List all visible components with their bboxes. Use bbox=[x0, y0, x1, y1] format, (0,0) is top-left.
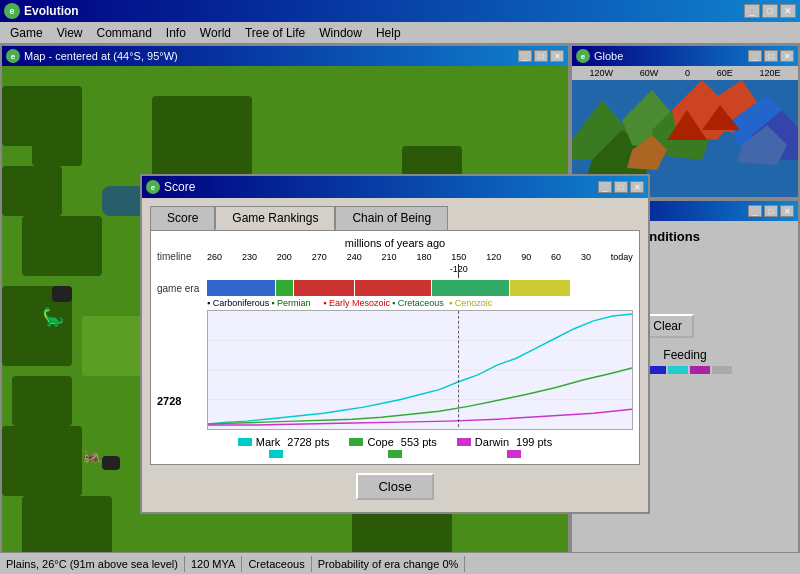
maximize-button[interactable]: □ bbox=[762, 4, 778, 18]
globe-coord-4: 120E bbox=[760, 68, 781, 78]
timeline-label: timeline bbox=[157, 251, 207, 262]
score-minimize[interactable]: _ bbox=[598, 181, 612, 193]
globe-minimize[interactable]: _ bbox=[748, 50, 762, 62]
globe-close[interactable]: ✕ bbox=[780, 50, 794, 62]
map-title-bar: e Map - centered at (44°S, 95°W) _ □ ✕ bbox=[2, 46, 568, 66]
menu-window[interactable]: Window bbox=[313, 24, 368, 42]
status-probability: Probability of era change 0% bbox=[312, 556, 466, 572]
chart-legend: Mark 2728 pts Cope 553 pts Darwin 199 pt… bbox=[157, 436, 633, 448]
tab-chain-of-being[interactable]: Chain of Being bbox=[335, 206, 448, 230]
color-gray bbox=[712, 366, 732, 374]
main-area: e Map - centered at (44°S, 95°W) _ □ ✕ bbox=[0, 44, 800, 574]
globe-coord-1: 60W bbox=[640, 68, 659, 78]
menu-tree-of-life[interactable]: Tree of Life bbox=[239, 24, 311, 42]
era-permian bbox=[294, 280, 354, 296]
game-era-label: game era bbox=[157, 283, 207, 294]
status-era: Cretaceous bbox=[242, 556, 311, 572]
command-minimize[interactable]: _ bbox=[748, 205, 762, 217]
chart-title: millions of years ago bbox=[157, 237, 633, 249]
menu-info[interactable]: Info bbox=[160, 24, 192, 42]
cope-color bbox=[349, 438, 363, 446]
chart-svg bbox=[208, 311, 632, 429]
status-location: Plains, 26°C (91m above sea level) bbox=[0, 556, 185, 572]
score-maximize[interactable]: □ bbox=[614, 181, 628, 193]
legend-color-row bbox=[157, 450, 633, 458]
cope-pts: 553 pts bbox=[401, 436, 437, 448]
era-labels: ▪ Carboniferous ▪ Permian ▪ Early Mesozo… bbox=[207, 298, 633, 308]
globe-coord-0: 120W bbox=[589, 68, 613, 78]
command-maximize[interactable]: □ bbox=[764, 205, 778, 217]
darwin-pts: 199 pts bbox=[516, 436, 552, 448]
score-close[interactable]: ✕ bbox=[630, 181, 644, 193]
mark-label: Mark bbox=[256, 436, 280, 448]
close-button[interactable]: ✕ bbox=[780, 4, 796, 18]
chart-timeline: timeline 260 230 200 270 240 210 180 150… bbox=[157, 251, 633, 262]
era-early-mesozoic bbox=[355, 280, 432, 296]
tab-game-rankings[interactable]: Game Rankings bbox=[215, 206, 335, 230]
score-chart-area: millions of years ago timeline 260 230 2… bbox=[150, 230, 640, 465]
menu-game[interactable]: Game bbox=[4, 24, 49, 42]
globe-maximize[interactable]: □ bbox=[764, 50, 778, 62]
globe-title: Globe bbox=[594, 50, 623, 62]
map-close[interactable]: ✕ bbox=[550, 50, 564, 62]
tab-score[interactable]: Score bbox=[150, 206, 215, 230]
era-carboniferous bbox=[207, 280, 275, 296]
score-body: Score Game Rankings Chain of Being milli… bbox=[142, 198, 648, 512]
darwin-color-swatch bbox=[507, 450, 521, 458]
globe-icon: e bbox=[576, 49, 590, 63]
era-green bbox=[276, 280, 293, 296]
chart-graph bbox=[207, 310, 633, 430]
window-controls: _ □ ✕ bbox=[744, 4, 796, 18]
score-title: Score bbox=[164, 180, 195, 194]
globe-coord-2: 0 bbox=[685, 68, 690, 78]
era-bar bbox=[207, 280, 633, 296]
era-row: game era bbox=[157, 280, 633, 296]
menu-world[interactable]: World bbox=[194, 24, 237, 42]
color-cyan bbox=[668, 366, 688, 374]
app-icon: e bbox=[4, 3, 20, 19]
darwin-label: Darwin bbox=[475, 436, 509, 448]
score-value-label: 2728 bbox=[157, 310, 207, 430]
menu-view[interactable]: View bbox=[51, 24, 89, 42]
command-close[interactable]: ✕ bbox=[780, 205, 794, 217]
score-dialog: e Score _ □ ✕ Score Game Rankings Chain … bbox=[140, 174, 650, 514]
menu-bar: Game View Command Info World Tree of Lif… bbox=[0, 22, 800, 44]
era-cenozoic bbox=[510, 280, 570, 296]
close-button-area: Close bbox=[150, 473, 640, 500]
map-icon: e bbox=[6, 49, 20, 63]
era-cretaceous bbox=[432, 280, 509, 296]
score-icon: e bbox=[146, 180, 160, 194]
map-maximize[interactable]: □ bbox=[534, 50, 548, 62]
timeline-numbers: 260 230 200 270 240 210 180 150 120 90 6… bbox=[207, 252, 633, 262]
menu-help[interactable]: Help bbox=[370, 24, 407, 42]
close-dialog-button[interactable]: Close bbox=[356, 473, 433, 500]
legend-mark: Mark 2728 pts bbox=[238, 436, 330, 448]
score-tabs: Score Game Rankings Chain of Being bbox=[150, 206, 640, 230]
map-title: Map - centered at (44°S, 95°W) bbox=[24, 50, 178, 62]
chart-graph-area: 2728 bbox=[157, 310, 633, 430]
title-bar: e Evolution _ □ ✕ bbox=[0, 0, 800, 22]
score-title-bar: e Score _ □ ✕ bbox=[142, 176, 648, 198]
map-minimize[interactable]: _ bbox=[518, 50, 532, 62]
color-purple bbox=[690, 366, 710, 374]
globe-title-bar: e Globe _ □ ✕ bbox=[572, 46, 798, 66]
menu-command[interactable]: Command bbox=[90, 24, 157, 42]
app-title: Evolution bbox=[24, 4, 79, 18]
globe-coord-3: 60E bbox=[717, 68, 733, 78]
legend-darwin: Darwin 199 pts bbox=[457, 436, 552, 448]
legend-cope: Cope 553 pts bbox=[349, 436, 436, 448]
mark-color-swatch bbox=[269, 450, 283, 458]
mark-pts: 2728 pts bbox=[287, 436, 329, 448]
minimize-button[interactable]: _ bbox=[744, 4, 760, 18]
status-bar: Plains, 26°C (91m above sea level) 120 M… bbox=[0, 552, 800, 574]
darwin-color bbox=[457, 438, 471, 446]
cope-label: Cope bbox=[367, 436, 393, 448]
mark-color bbox=[238, 438, 252, 446]
cope-color-swatch bbox=[388, 450, 402, 458]
status-mya: 120 MYA bbox=[185, 556, 242, 572]
